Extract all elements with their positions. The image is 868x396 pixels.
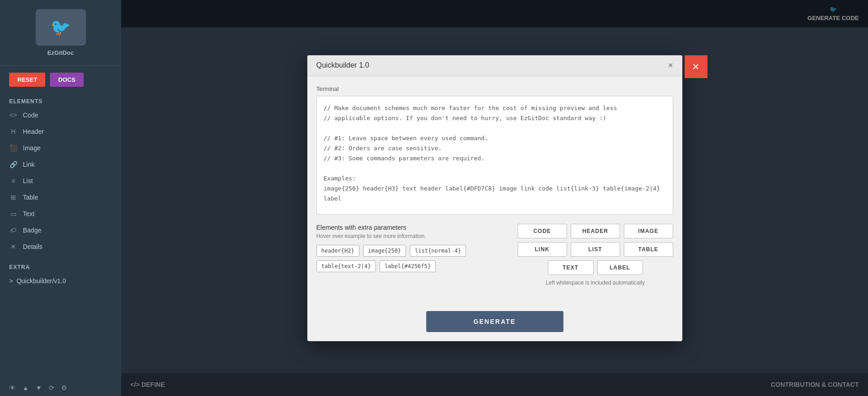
down-icon[interactable]: ▼ <box>36 384 42 391</box>
element-btn-text[interactable]: TEXT <box>548 260 594 275</box>
sidebar-bottom: 👁 ▲ ▼ ⟳ ⚙ <box>0 380 121 396</box>
modal-footer: GENERATE <box>307 304 682 341</box>
sidebar-item-quickbuilder[interactable]: > Quickbuilder/v1.0 <box>0 273 121 289</box>
terminal-line-7 <box>324 164 666 174</box>
modal-title: Quickbuilder 1.0 <box>316 61 370 69</box>
element-buttons-row2: TEXT LABEL <box>518 260 673 275</box>
quickbuilder-label: Quickbuilder/v1.0 <box>16 277 66 285</box>
image-icon: ⬛ <box>9 144 17 152</box>
element-btn-image[interactable]: IMAGE <box>624 224 673 238</box>
arrow-icon: > <box>9 277 13 285</box>
extra-section-label: Extra <box>0 259 121 273</box>
modal-body: Terminal // Make document schemes much m… <box>307 76 682 304</box>
terminal-line-5: // #2: Orders are case sensitive. <box>324 143 666 153</box>
element-btn-code[interactable]: CODE <box>518 224 567 238</box>
badge-icon: 🏷 <box>9 227 17 234</box>
sidebar-item-text[interactable]: ▭ Text <box>0 206 121 222</box>
modal-header: Quickbuilder 1.0 × <box>307 55 682 76</box>
example-tag-table[interactable]: table{text-2|4} <box>316 260 376 272</box>
sidebar-item-text-label: Text <box>23 210 35 217</box>
sidebar-item-table-label: Table <box>23 194 38 201</box>
generate-button[interactable]: GENERATE <box>426 311 563 332</box>
table-icon: ⊞ <box>9 194 17 201</box>
sidebar-item-header-label: Header <box>23 128 44 135</box>
elements-left: Elements with extra parameters Hover ove… <box>316 224 509 286</box>
up-icon[interactable]: ▲ <box>22 384 29 391</box>
text-icon: ▭ <box>9 210 17 217</box>
sidebar-item-image-label: Image <box>23 144 41 152</box>
elements-subtitle: Hover over example to see more informati… <box>316 233 509 239</box>
elements-section-label: Elements <box>0 94 121 107</box>
quickbuilder-modal: ✕ Quickbuilder 1.0 × Terminal // Make do… <box>307 55 682 341</box>
sidebar-item-link-label: Link <box>23 161 35 168</box>
terminal-line-1: // Make document schemes much more faste… <box>324 103 666 113</box>
list-icon: ≡ <box>9 177 17 185</box>
code-icon: <> <box>9 111 17 119</box>
refresh-icon[interactable]: ⟳ <box>49 384 54 391</box>
example-tag-label[interactable]: label{#4256f5} <box>380 260 436 272</box>
sidebar-item-details[interactable]: ✕ Details <box>0 238 121 255</box>
example-tag-header[interactable]: header{H2} <box>316 245 359 257</box>
header-icon: H <box>9 128 17 135</box>
sidebar-item-badge[interactable]: 🏷 Badge <box>0 222 121 238</box>
elements-title: Elements with extra parameters <box>316 224 509 231</box>
terminal-line-2: // applicable options. If you don't need… <box>324 113 666 123</box>
terminal-label: Terminal <box>316 85 673 92</box>
docs-button[interactable]: DOCS <box>50 73 84 87</box>
element-btn-link[interactable]: LINK <box>518 242 567 257</box>
element-btn-header[interactable]: HEADER <box>571 224 620 238</box>
modal-overlay: ✕ Quickbuilder 1.0 × Terminal // Make do… <box>121 0 868 396</box>
sidebar-buttons: RESET DOCS <box>0 66 121 94</box>
terminal-line-4: // #1: Leave space between every used co… <box>324 133 666 143</box>
terminal-line-8: Examples: <box>324 174 666 184</box>
sidebar-item-link[interactable]: 🔗 Link <box>0 156 121 173</box>
element-btn-label[interactable]: LABEL <box>597 260 643 275</box>
bottom-icons: 👁 ▲ ▼ ⟳ ⚙ <box>9 384 67 391</box>
logo-text: EzGitDoc <box>48 49 74 56</box>
sidebar-item-code[interactable]: <> Code <box>0 107 121 123</box>
example-tag-image[interactable]: image{250} <box>363 245 406 257</box>
sidebar-item-header[interactable]: H Header <box>0 123 121 140</box>
sidebar-item-list[interactable]: ≡ List <box>0 173 121 189</box>
element-buttons-grid: CODE HEADER IMAGE LINK LIST TABLE <box>518 224 673 257</box>
elements-right: CODE HEADER IMAGE LINK LIST TABLE TEXT L… <box>518 224 673 286</box>
sidebar: 🐦 EzGitDoc RESET DOCS Elements <> Code H… <box>0 0 121 396</box>
example-tags: header{H2} image{250} list{normal-4} tab… <box>316 245 509 272</box>
sidebar-logo: 🐦 EzGitDoc <box>0 0 121 66</box>
sidebar-item-details-label: Details <box>23 243 43 250</box>
logo-icon: 🐦 <box>50 18 71 37</box>
eye-icon[interactable]: 👁 <box>9 384 16 391</box>
logo-box: 🐦 <box>36 9 86 46</box>
terminal-line-10: label <box>324 194 666 204</box>
elements-section: Elements with extra parameters Hover ove… <box>316 224 673 286</box>
sidebar-item-badge-label: Badge <box>23 227 41 234</box>
terminal-line-9: image{250} header{H3} text header label{… <box>324 184 666 194</box>
details-icon: ✕ <box>9 243 17 250</box>
modal-close-button[interactable]: × <box>668 61 673 70</box>
sidebar-item-image[interactable]: ⬛ Image <box>0 140 121 156</box>
settings-icon[interactable]: ⚙ <box>61 384 67 391</box>
terminal-line-6: // #3: Some commands parameters are requ… <box>324 153 666 164</box>
extra-section: Extra > Quickbuilder/v1.0 <box>0 259 121 289</box>
example-tag-list[interactable]: list{normal-4} <box>410 245 466 257</box>
link-icon: 🔗 <box>9 161 17 168</box>
element-btn-list[interactable]: LIST <box>571 242 620 257</box>
element-btn-table[interactable]: TABLE <box>624 242 673 257</box>
terminal-box[interactable]: // Make document schemes much more faste… <box>316 96 673 215</box>
terminal-line-3 <box>324 123 666 133</box>
sidebar-item-table[interactable]: ⊞ Table <box>0 189 121 206</box>
reset-button[interactable]: RESET <box>9 73 45 87</box>
sidebar-item-list-label: List <box>23 177 33 185</box>
close-x-button[interactable]: ✕ <box>685 55 707 78</box>
sidebar-item-code-label: Code <box>23 111 38 119</box>
whitespace-note: Left whitespace is included automaticall… <box>518 280 673 286</box>
